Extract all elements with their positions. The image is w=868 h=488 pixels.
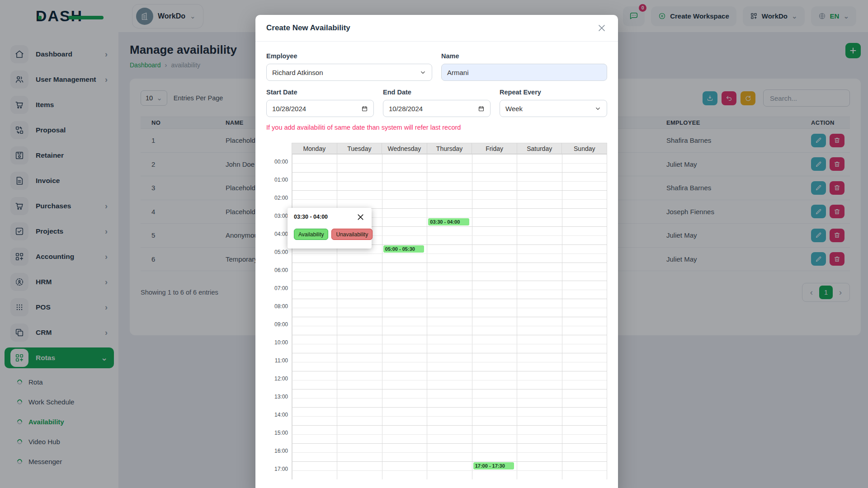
app-root: DASH WorkDo ⌄ 0 Create Workspace — [0, 0, 868, 488]
time-axis-label: 07:00 — [266, 285, 288, 291]
chevron-down-icon — [420, 69, 426, 76]
day-header-monday: Monday — [292, 143, 337, 154]
end-date-input[interactable]: 10/28/2024 — [383, 100, 491, 117]
availability-button[interactable]: Availability — [294, 229, 328, 240]
calendar-icon — [361, 105, 368, 112]
unavailability-button[interactable]: Unavailability — [331, 229, 373, 240]
modal-body: Employee Richard Atkinson Name Armani St… — [255, 42, 618, 488]
repeat-every-value: Week — [505, 105, 523, 113]
time-axis-label: 03:00 — [266, 213, 288, 219]
time-axis-label: 11:00 — [266, 357, 288, 364]
popup-close-icon[interactable] — [356, 212, 365, 222]
start-date-value: 10/28/2024 — [272, 105, 306, 113]
time-axis-label: 17:00 — [266, 466, 288, 472]
employee-label: Employee — [266, 52, 432, 60]
end-date-label: End Date — [383, 89, 491, 96]
time-axis-label: 15:00 — [266, 430, 288, 436]
calendar-event-chip[interactable]: 05:00 - 05:30 — [383, 245, 424, 253]
time-axis-label: 06:00 — [266, 267, 288, 273]
calendar-event-chip[interactable]: 17:00 - 17:30 — [473, 462, 514, 469]
calendar-day-headers: MondayTuesdayWednesdayThursdayFridaySatu… — [292, 143, 607, 154]
name-input-value: Armani — [447, 69, 469, 76]
day-header-thursday: Thursday — [427, 143, 472, 154]
repeat-every-label: Repeat Every — [500, 89, 607, 96]
employee-selected-value: Richard Atkinson — [272, 69, 323, 76]
chevron-down-icon — [594, 105, 601, 112]
popup-time-range: 03:30 - 04:00 — [294, 214, 328, 220]
create-availability-modal: Create New Availability Employee Richard… — [255, 15, 618, 488]
day-header-friday: Friday — [472, 143, 517, 154]
time-axis-label: 09:00 — [266, 321, 288, 328]
day-header-saturday: Saturday — [517, 143, 562, 154]
same-date-warning: If you add availabiliti of same date tha… — [266, 124, 607, 131]
modal-title: Create New Availability — [266, 23, 350, 33]
calendar-icon — [478, 105, 485, 112]
employee-select[interactable]: Richard Atkinson — [266, 64, 432, 81]
day-header-wednesday: Wednesday — [382, 143, 427, 154]
time-axis-label: 05:00 — [266, 249, 288, 255]
name-input[interactable]: Armani — [441, 64, 607, 81]
slot-action-popup: 03:30 - 04:00 Availability Unavailabilit… — [288, 208, 372, 249]
calendar-event-chip[interactable]: 03:30 - 04:00 — [428, 218, 469, 225]
time-axis-label: 08:00 — [266, 303, 288, 310]
start-date-input[interactable]: 10/28/2024 — [266, 100, 374, 117]
time-axis-label: 13:00 — [266, 394, 288, 400]
time-axis-label: 14:00 — [266, 412, 288, 418]
calendar-days: MondayTuesdayWednesdayThursdayFridaySatu… — [292, 143, 607, 479]
availability-calendar: 00:0001:0002:0003:0004:0005:0006:0007:00… — [266, 143, 607, 479]
day-header-tuesday: Tuesday — [337, 143, 382, 154]
time-axis-label: 02:00 — [266, 195, 288, 201]
start-date-label: Start Date — [266, 89, 374, 96]
modal-close-button[interactable] — [596, 23, 607, 33]
time-axis-label: 04:00 — [266, 231, 288, 237]
time-axis-label: 00:00 — [266, 159, 288, 165]
name-label: Name — [441, 52, 607, 60]
day-header-sunday: Sunday — [561, 143, 607, 154]
time-axis-label: 10:00 — [266, 339, 288, 346]
time-axis-label: 01:00 — [266, 177, 288, 183]
end-date-value: 10/28/2024 — [389, 105, 423, 113]
time-axis-label: 16:00 — [266, 448, 288, 454]
time-axis-label: 12:00 — [266, 375, 288, 382]
modal-header: Create New Availability — [255, 15, 618, 42]
calendar-time-axis: 00:0001:0002:0003:0004:0005:0006:0007:00… — [266, 143, 292, 479]
repeat-every-select[interactable]: Week — [500, 100, 607, 117]
calendar-grid[interactable]: 03:30 - 04:0005:00 - 05:3017:00 - 17:30 — [292, 154, 607, 479]
